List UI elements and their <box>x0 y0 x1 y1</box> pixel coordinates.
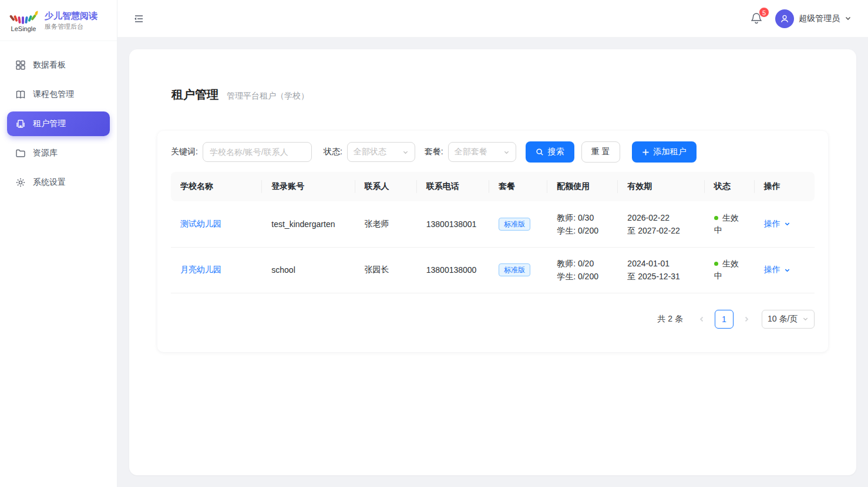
brand-subtitle: 服务管理后台 <box>45 22 97 31</box>
search-button[interactable]: 搜索 <box>526 141 574 163</box>
sidebar-menu: 数据看板 课程包管理 租户管理 资源库 系统设置 <box>0 41 117 211</box>
validity-cell: 2026-02-22 至 2027-02-22 <box>618 201 704 247</box>
row-actions-dropdown[interactable]: 操作 <box>764 219 790 229</box>
school-name-link[interactable]: 测试幼儿园 <box>180 219 221 228</box>
page-size-select[interactable]: 10 条/页 <box>762 310 815 329</box>
col-login-account: 登录账号 <box>262 172 355 201</box>
valid-from: 2026-02-22 <box>627 211 695 224</box>
next-page-icon[interactable] <box>738 311 755 327</box>
status-dot-icon <box>714 262 718 266</box>
status-dot-icon <box>714 216 718 220</box>
status-label: 状态: <box>324 147 342 157</box>
main-area: 5 超级管理员 租户管理 管理平台租户（学校） <box>117 0 868 487</box>
login-account-cell: test_kindergarten <box>262 201 355 247</box>
add-tenant-button[interactable]: 添加租户 <box>632 141 697 163</box>
sidebar-item-tenant-management[interactable]: 租户管理 <box>7 111 110 136</box>
sidebar-item-resource-library[interactable]: 资源库 <box>7 141 110 165</box>
gear-icon <box>15 177 26 188</box>
status-cell: 生效中 <box>705 247 755 293</box>
quota-cell: 教师: 0/30 学生: 0/200 <box>547 201 618 247</box>
table-row: 月亮幼儿园 school 张园长 13800138000 标准版 教师: 0/2… <box>171 247 815 293</box>
user-icon <box>779 13 790 24</box>
menu-fold-icon[interactable] <box>132 12 146 26</box>
plan-tag: 标准版 <box>499 263 530 276</box>
action-label: 操作 <box>764 265 780 275</box>
action-label: 操作 <box>764 219 780 229</box>
notification-bell-icon[interactable]: 5 <box>749 11 765 26</box>
row-actions-dropdown[interactable]: 操作 <box>764 265 790 275</box>
col-contact: 联系人 <box>355 172 417 201</box>
filter-bar: 关键词: 状态: 全部状态 套餐: 全部套餐 <box>171 141 815 163</box>
valid-to: 至 2027-02-22 <box>627 224 695 237</box>
plan-tag: 标准版 <box>499 218 530 231</box>
valid-from: 2024-01-01 <box>627 257 695 270</box>
brand-title: 少儿智慧阅读 <box>45 10 97 21</box>
add-tenant-button-label: 添加租户 <box>654 147 687 157</box>
sidebar-item-label: 租户管理 <box>33 119 66 129</box>
reset-button-label: 重 置 <box>591 147 610 157</box>
chevron-down-icon <box>784 221 790 227</box>
sidebar: LeSingle 少儿智慧阅读 服务管理后台 数据看板 课程包管理 租户管理 <box>0 0 117 487</box>
page-number-1[interactable]: 1 <box>715 310 734 329</box>
school-name-link[interactable]: 月亮幼儿园 <box>180 265 221 274</box>
top-header: 5 超级管理员 <box>117 0 868 38</box>
col-status: 状态 <box>705 172 755 201</box>
col-plan: 套餐 <box>489 172 547 201</box>
quota-teacher: 教师: 0/30 <box>557 211 608 224</box>
page-size-value: 10 条/页 <box>768 314 798 324</box>
quota-teacher: 教师: 0/20 <box>557 257 608 270</box>
page-header: 租户管理 管理平台租户（学校） <box>171 87 828 103</box>
tenant-panel: 关键词: 状态: 全部状态 套餐: 全部套餐 <box>157 131 828 352</box>
page-card: 租户管理 管理平台租户（学校） 关键词: 状态: 全部状态 <box>129 49 856 475</box>
username: 超级管理员 <box>799 13 840 24</box>
table-row: 测试幼儿园 test_kindergarten 张老师 13800138001 … <box>171 201 815 247</box>
prev-page-icon[interactable] <box>694 311 710 327</box>
reset-button[interactable]: 重 置 <box>581 141 620 163</box>
content-area: 租户管理 管理平台租户（学校） 关键词: 状态: 全部状态 <box>117 38 868 487</box>
notification-badge: 5 <box>759 7 769 18</box>
plus-icon <box>642 148 650 156</box>
brand-text: 少儿智慧阅读 服务管理后台 <box>45 10 97 31</box>
login-account-cell: school <box>262 247 355 293</box>
plan-select-value: 全部套餐 <box>455 147 487 157</box>
status-select[interactable]: 全部状态 <box>347 142 415 162</box>
book-icon <box>15 89 26 100</box>
col-school-name: 学校名称 <box>171 172 262 201</box>
sidebar-item-label: 资源库 <box>33 148 58 158</box>
quota-student: 学生: 0/200 <box>557 224 608 237</box>
search-icon <box>536 148 544 156</box>
sidebar-item-course-packages[interactable]: 课程包管理 <box>7 82 110 107</box>
chevron-down-icon <box>402 149 409 155</box>
col-validity: 有效期 <box>618 172 704 201</box>
folder-icon <box>15 148 26 158</box>
tenant-table: 学校名称 登录账号 联系人 联系电话 套餐 配额使用 有效期 状态 操作 <box>171 172 815 293</box>
sidebar-item-system-settings[interactable]: 系统设置 <box>7 170 110 195</box>
phone-cell: 13800138001 <box>417 201 489 247</box>
lesingle-logo-icon: LeSingle <box>8 8 39 33</box>
header-actions: 5 超级管理员 <box>749 9 852 28</box>
sidebar-item-dashboard[interactable]: 数据看板 <box>7 53 110 77</box>
col-phone: 联系电话 <box>417 172 489 201</box>
chevron-down-icon <box>784 267 790 273</box>
page-title: 租户管理 <box>171 87 218 103</box>
pagination-total: 共 2 条 <box>657 314 683 324</box>
svg-text:LeSingle: LeSingle <box>11 25 36 32</box>
pagination: 共 2 条 1 10 条/页 <box>171 310 815 329</box>
chevron-down-icon <box>503 149 510 155</box>
avatar <box>775 9 794 28</box>
user-menu[interactable]: 超级管理员 <box>775 9 852 28</box>
phone-cell: 13800138000 <box>417 247 489 293</box>
table-header: 学校名称 登录账号 联系人 联系电话 套餐 配额使用 有效期 状态 操作 <box>171 172 815 201</box>
contact-cell: 张老师 <box>355 201 417 247</box>
quota-cell: 教师: 0/20 学生: 0/200 <box>547 247 618 293</box>
keyword-search-input[interactable] <box>203 142 312 162</box>
keyword-label: 关键词: <box>171 147 198 157</box>
status-badge: 生效中 <box>714 258 745 282</box>
plan-select[interactable]: 全部套餐 <box>448 142 516 162</box>
building-icon <box>15 119 26 129</box>
status-select-value: 全部状态 <box>354 147 386 157</box>
sidebar-item-label: 数据看板 <box>33 60 66 70</box>
validity-cell: 2024-01-01 至 2025-12-31 <box>618 247 704 293</box>
col-quota: 配额使用 <box>547 172 618 201</box>
status-cell: 生效中 <box>705 201 755 247</box>
